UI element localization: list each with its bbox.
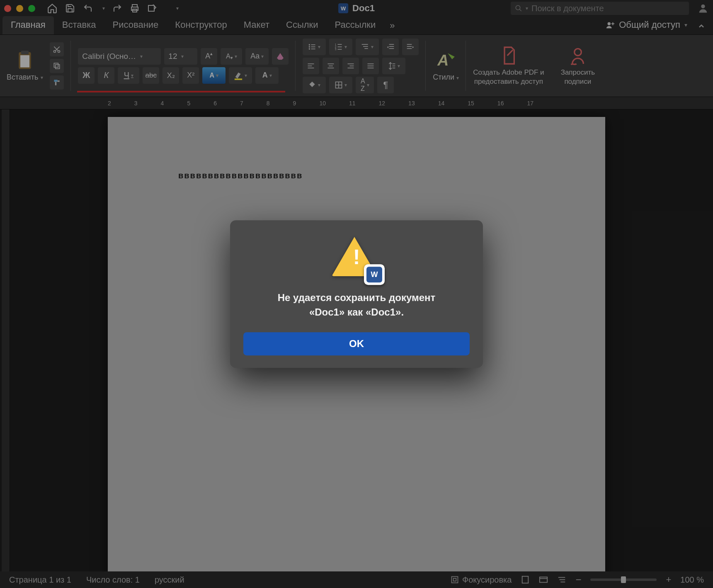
zoom-level[interactable]: 100 % bbox=[680, 575, 704, 585]
svg-rect-46 bbox=[308, 68, 314, 68]
document-title: W Doc1 bbox=[338, 3, 375, 14]
view-web-layout-icon[interactable] bbox=[539, 575, 548, 584]
justify-icon[interactable] bbox=[362, 58, 379, 74]
svg-point-7 bbox=[608, 22, 611, 25]
svg-rect-48 bbox=[329, 66, 333, 66]
show-marks-icon[interactable]: ¶ bbox=[377, 77, 394, 93]
tabs-overflow[interactable]: » bbox=[384, 17, 400, 34]
share-button[interactable]: Общий доступ ▾ bbox=[601, 17, 692, 34]
borders-icon[interactable] bbox=[329, 77, 352, 93]
svg-rect-55 bbox=[368, 68, 374, 68]
search-icon bbox=[515, 5, 522, 12]
request-signatures-button[interactable]: Запроситьподписи bbox=[561, 46, 595, 86]
create-adobe-pdf-button[interactable]: Создать Adobe PDF ипредоставить доступ bbox=[473, 46, 544, 86]
status-bar: Страница 1 из 1 Число слов: 1 русский Фо… bbox=[0, 571, 713, 588]
shading-icon[interactable] bbox=[303, 77, 326, 93]
tab-references[interactable]: Ссылки bbox=[278, 16, 326, 34]
subscript-button[interactable]: X₂ bbox=[162, 67, 179, 84]
strikethrough-button[interactable]: abc bbox=[143, 67, 159, 84]
align-right-icon[interactable] bbox=[342, 58, 359, 74]
multilevel-list-icon[interactable] bbox=[356, 39, 379, 55]
styles-button[interactable]: A Стили ▾ bbox=[433, 50, 459, 82]
qat-customize-icon[interactable] bbox=[169, 5, 179, 11]
svg-rect-68 bbox=[540, 577, 547, 583]
close-window-button[interactable] bbox=[4, 5, 11, 12]
superscript-button[interactable]: X² bbox=[182, 67, 199, 84]
status-page[interactable]: Страница 1 из 1 bbox=[9, 575, 71, 585]
focus-mode-button[interactable]: Фокусировка bbox=[451, 575, 512, 585]
signature-icon bbox=[570, 46, 586, 66]
quick-edit-icon[interactable] bbox=[147, 3, 157, 13]
shrink-font-icon[interactable]: A▾ bbox=[221, 48, 242, 65]
search-input[interactable]: ▾ Поиск в документе bbox=[511, 2, 689, 15]
svg-rect-17 bbox=[56, 64, 60, 68]
view-outline-icon[interactable] bbox=[557, 575, 566, 584]
tab-layout[interactable]: Макет bbox=[235, 16, 278, 34]
svg-rect-72 bbox=[561, 582, 565, 583]
bold-button[interactable]: Ж bbox=[78, 67, 95, 84]
svg-point-4 bbox=[516, 5, 520, 10]
bullets-icon[interactable] bbox=[303, 39, 326, 55]
redo-icon[interactable] bbox=[112, 3, 122, 13]
ruler-mark: 17 bbox=[527, 100, 534, 107]
undo-dropdown-icon[interactable] bbox=[101, 5, 105, 11]
save-icon[interactable] bbox=[65, 3, 75, 13]
align-center-icon[interactable] bbox=[323, 58, 339, 74]
minimize-window-button[interactable] bbox=[16, 5, 23, 12]
tab-home[interactable]: Главная bbox=[2, 16, 54, 34]
svg-rect-67 bbox=[522, 576, 529, 583]
svg-rect-11 bbox=[21, 51, 29, 54]
zoom-in-button[interactable]: + bbox=[666, 574, 671, 585]
view-print-layout-icon[interactable] bbox=[521, 575, 530, 584]
cut-icon[interactable] bbox=[50, 42, 64, 56]
status-word-count[interactable]: Число слов: 1 bbox=[86, 575, 140, 585]
font-color-icon[interactable]: A bbox=[255, 67, 279, 84]
svg-rect-33 bbox=[362, 44, 368, 45]
zoom-slider[interactable] bbox=[590, 578, 657, 581]
font-family-dropdown[interactable]: Calibri (Осно…▾ bbox=[78, 48, 161, 65]
format-painter-icon[interactable] bbox=[50, 75, 64, 90]
align-left-icon[interactable] bbox=[303, 58, 319, 74]
ruler-mark: 16 bbox=[497, 100, 504, 107]
svg-rect-20 bbox=[235, 78, 242, 80]
title-bar: W Doc1 ▾ Поиск в документе bbox=[0, 0, 713, 17]
svg-marker-39 bbox=[387, 46, 388, 48]
underline-button[interactable]: Ч bbox=[118, 67, 139, 84]
font-size-dropdown[interactable]: 12▾ bbox=[164, 48, 197, 65]
decrease-indent-icon[interactable] bbox=[382, 39, 399, 55]
collapse-ribbon-icon[interactable] bbox=[692, 19, 711, 34]
change-case-icon[interactable]: Aa bbox=[245, 48, 269, 65]
zoom-out-button[interactable]: − bbox=[575, 574, 581, 586]
sort-icon[interactable]: AZ bbox=[356, 77, 374, 93]
vertical-ruler[interactable] bbox=[2, 109, 10, 571]
tab-mailings[interactable]: Рассылки bbox=[326, 16, 384, 34]
line-spacing-icon[interactable] bbox=[382, 58, 405, 74]
user-account-icon[interactable] bbox=[697, 2, 709, 14]
document-body-text[interactable]: ввввввввввввввввввввв bbox=[108, 117, 605, 234]
tab-design[interactable]: Конструктор bbox=[167, 16, 235, 34]
grow-font-icon[interactable]: A▴ bbox=[201, 48, 217, 65]
status-language[interactable]: русский bbox=[155, 575, 184, 585]
ok-button[interactable]: OK bbox=[243, 332, 470, 355]
ruler-mark: 14 bbox=[438, 100, 445, 107]
print-icon[interactable] bbox=[130, 3, 140, 13]
paste-button[interactable]: Вставить▾ bbox=[7, 50, 43, 82]
clear-formatting-icon[interactable] bbox=[272, 48, 289, 65]
tab-draw[interactable]: Рисование bbox=[104, 16, 167, 34]
increase-indent-icon[interactable] bbox=[402, 39, 419, 55]
copy-icon[interactable] bbox=[50, 59, 64, 73]
svg-rect-32 bbox=[338, 49, 342, 50]
home-icon[interactable] bbox=[47, 3, 58, 14]
undo-icon[interactable] bbox=[82, 3, 93, 13]
tab-insert[interactable]: Вставка bbox=[54, 16, 104, 34]
text-effects-icon[interactable]: A bbox=[202, 67, 226, 84]
svg-rect-50 bbox=[348, 63, 354, 64]
highlight-color-icon[interactable] bbox=[229, 67, 252, 84]
adobe-group: Создать Adobe PDF ипредоставить доступ З… bbox=[469, 37, 599, 94]
horizontal-ruler[interactable]: 2 3 4 5 6 7 8 9 10 11 12 13 14 15 16 17 bbox=[0, 97, 713, 109]
word-app-icon: W bbox=[338, 3, 348, 13]
numbering-icon[interactable]: 123 bbox=[329, 39, 352, 55]
fullscreen-window-button[interactable] bbox=[28, 5, 35, 12]
svg-rect-3 bbox=[148, 5, 154, 11]
italic-button[interactable]: К bbox=[98, 67, 114, 84]
